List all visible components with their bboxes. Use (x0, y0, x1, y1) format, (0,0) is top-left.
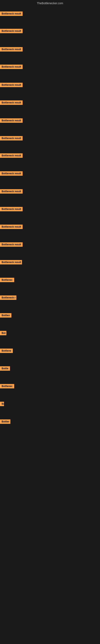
bottleneck-result-item[interactable]: Bottleneck r (0, 296, 16, 301)
bottleneck-result-item[interactable]: Bottleneck result (0, 224, 23, 230)
bottleneck-label: Bottleneck result (0, 83, 23, 87)
bottleneck-label: Bottleneck result (0, 189, 23, 194)
bottleneck-label: Bottleneck result (0, 29, 23, 33)
bottleneck-label: Bottleneck result (0, 171, 23, 176)
bottleneck-result-item[interactable]: Bottleneck result (0, 12, 23, 17)
bottleneck-label: Bottleneck result (0, 207, 23, 211)
bottleneck-label: Bottleneck result (0, 242, 23, 247)
bottleneck-result-item[interactable]: Bottleneck result (0, 242, 23, 248)
bottleneck-result-item[interactable]: Bottlenec (0, 384, 14, 389)
bottleneck-result-item[interactable]: Bottleneck result (0, 83, 23, 88)
bottleneck-result-item[interactable]: Bottlenec (0, 278, 14, 283)
site-header: TheBottlenecker.com (0, 0, 100, 6)
bottleneck-label: Bottleneck result (0, 12, 23, 16)
bottleneck-label: Bottlene (0, 348, 13, 353)
bottleneck-result-item[interactable]: Bottler (0, 420, 10, 425)
bottleneck-label: Bottle (0, 366, 10, 371)
bottleneck-result-item[interactable]: Bottleneck result (0, 153, 23, 158)
bottleneck-label: Bottleneck result (0, 224, 23, 229)
bottleneck-label: Bottleneck r (0, 296, 16, 300)
bottleneck-label: Bottleneck result (0, 47, 23, 52)
bottleneck-result-item[interactable]: Bottleneck result (0, 118, 23, 124)
bottleneck-label: Bottleneck result (0, 64, 23, 69)
bottleneck-label: Bot (0, 331, 6, 335)
bottleneck-label: Bo (0, 402, 4, 406)
bottleneck-result-item[interactable]: Bottleneck result (0, 207, 23, 212)
bottleneck-label: Bottleneck result (0, 260, 22, 264)
bottleneck-result-item[interactable]: Bottleneck result (0, 100, 23, 106)
bottleneck-result-item[interactable]: Bottleneck result (0, 189, 23, 194)
bottleneck-result-item[interactable]: Bo (0, 402, 4, 407)
bottleneck-label: Bottleneck result (0, 153, 23, 158)
site-title: TheBottlenecker.com (0, 0, 100, 6)
bottleneck-result-item[interactable]: Bottleneck result (0, 64, 23, 70)
bottleneck-result-item[interactable]: Bottleneck result (0, 47, 23, 52)
bottleneck-result-item[interactable]: Bottleneck result (0, 29, 23, 34)
bottleneck-result-item[interactable]: Bottlen (0, 313, 11, 318)
bottleneck-result-item[interactable]: Bot (0, 331, 6, 336)
bottleneck-label: Bottlenec (0, 384, 14, 388)
bottleneck-result-item[interactable]: Bottlene (0, 348, 13, 354)
bottleneck-label: Bottlenec (0, 278, 14, 282)
bottleneck-result-item[interactable]: Bottleneck result (0, 171, 23, 176)
bottleneck-label: Bottler (0, 420, 10, 424)
bottleneck-result-item[interactable]: Bottleneck result (0, 136, 23, 141)
bottleneck-label: Bottleneck result (0, 136, 23, 140)
bottleneck-label: Bottleneck result (0, 100, 23, 105)
bottleneck-result-item[interactable]: Bottleneck result (0, 260, 22, 265)
bottleneck-result-item[interactable]: Bottle (0, 366, 10, 372)
bottleneck-label: Bottlen (0, 313, 11, 318)
bottleneck-label: Bottleneck result (0, 118, 23, 123)
